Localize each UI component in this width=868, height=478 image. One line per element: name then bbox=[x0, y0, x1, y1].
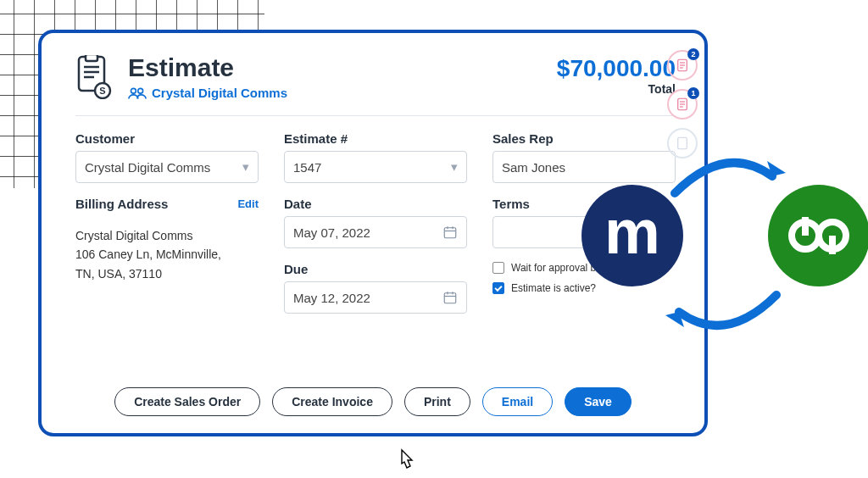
svg-rect-23 bbox=[444, 293, 456, 303]
total-amount: $70,000.00 bbox=[557, 55, 676, 82]
total-label: Total bbox=[557, 82, 676, 96]
estimate-no-label: Estimate # bbox=[284, 131, 467, 146]
customer-label: Customer bbox=[75, 131, 259, 146]
sync-arrow-top-icon bbox=[662, 151, 789, 202]
chevron-down-icon: ▾ bbox=[242, 159, 249, 175]
customer-select[interactable]: Crystal Digital Comms ▾ bbox=[75, 151, 259, 183]
doc-badge[interactable]: 2 bbox=[667, 50, 698, 81]
svg-point-18 bbox=[138, 88, 143, 93]
footer-actions: Create Sales Order Create Invoice Print … bbox=[42, 387, 704, 416]
svg-rect-19 bbox=[444, 228, 456, 238]
sync-arrow-bottom-icon bbox=[662, 286, 789, 337]
doc-badges: 2 1 bbox=[667, 50, 698, 158]
estimate-no-select[interactable]: 1547 ▾ bbox=[284, 151, 467, 183]
checkbox-checked-icon bbox=[492, 282, 504, 294]
quickbooks-logo-icon bbox=[768, 185, 868, 286]
svg-rect-29 bbox=[802, 217, 809, 236]
customer-name: Crystal Digital Comms bbox=[152, 86, 287, 100]
edit-billing-link[interactable]: Edit bbox=[237, 197, 259, 210]
estimate-doc-icon: S bbox=[75, 55, 114, 99]
billing-label: Billing Address Edit bbox=[75, 197, 259, 211]
calendar-icon bbox=[442, 225, 458, 240]
chevron-down-icon: ▾ bbox=[451, 159, 458, 175]
create-invoice-button[interactable]: Create Invoice bbox=[272, 387, 392, 416]
calendar-icon bbox=[442, 290, 458, 305]
svg-rect-9 bbox=[678, 137, 687, 149]
page-title: Estimate bbox=[128, 55, 287, 81]
method-logo-icon: m bbox=[581, 185, 683, 286]
customers-icon bbox=[128, 86, 147, 100]
rep-label: Sales Rep bbox=[492, 131, 676, 146]
print-button[interactable]: Print bbox=[404, 387, 470, 416]
billing-address: Crystal Digital Comms 106 Caney Ln, McMi… bbox=[75, 226, 259, 283]
header: S Estimate Crystal Digital Comms $70,000… bbox=[75, 55, 676, 116]
svg-point-17 bbox=[131, 88, 136, 93]
checkbox-icon bbox=[492, 262, 504, 274]
svg-rect-30 bbox=[829, 236, 836, 254]
sync-graphic: m bbox=[581, 151, 868, 337]
due-label: Due bbox=[284, 262, 467, 276]
cursor-pointer-icon bbox=[394, 448, 420, 477]
email-button[interactable]: Email bbox=[482, 387, 553, 416]
doc-badge[interactable]: 1 bbox=[667, 89, 698, 119]
svg-text:S: S bbox=[99, 86, 105, 96]
date-label: Date bbox=[284, 197, 467, 211]
badge-count: 2 bbox=[687, 48, 699, 60]
due-input[interactable]: May 12, 2022 bbox=[284, 281, 467, 314]
customer-link[interactable]: Crystal Digital Comms bbox=[128, 86, 287, 100]
badge-count: 1 bbox=[687, 87, 699, 99]
create-sales-order-button[interactable]: Create Sales Order bbox=[114, 387, 260, 416]
save-button[interactable]: Save bbox=[565, 387, 632, 416]
date-input[interactable]: May 07, 2022 bbox=[284, 216, 467, 248]
svg-rect-11 bbox=[86, 55, 97, 61]
